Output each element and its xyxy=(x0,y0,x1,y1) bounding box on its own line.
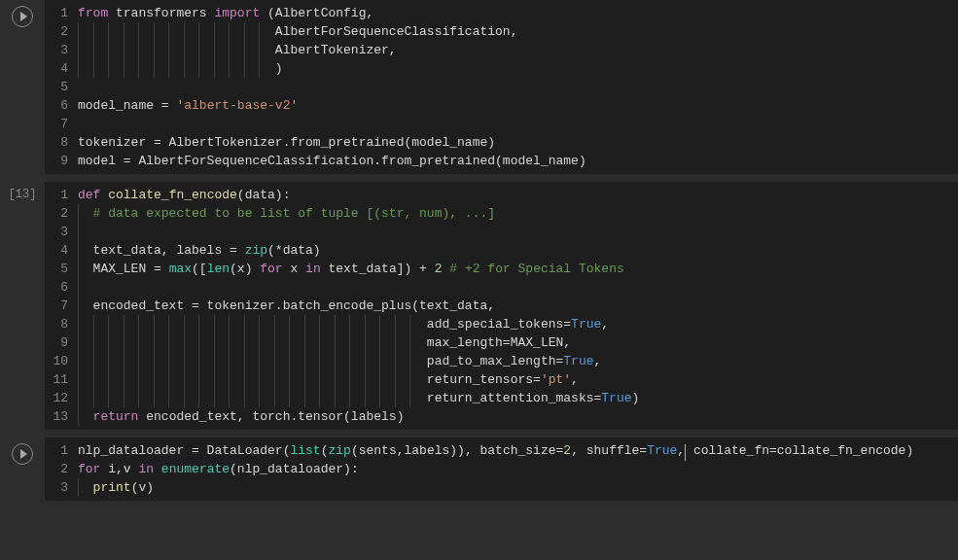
execution-count: [13] xyxy=(9,188,37,201)
code-token: (nlp_dataloader): xyxy=(230,462,359,476)
code-token: , xyxy=(677,443,685,458)
indent-guide xyxy=(78,59,79,78)
code-token: AlbertTokenizer, xyxy=(78,43,397,57)
code-token: collate_fn_encode xyxy=(108,188,237,202)
code-line[interactable]: return_tensors='pt', xyxy=(78,370,958,389)
code-token: max xyxy=(169,262,192,276)
code-line[interactable]: return encoded_text, torch.tensor(labels… xyxy=(78,407,958,426)
code-token: AlbertForSequenceClassification, xyxy=(78,24,517,39)
code-line[interactable]: for i,v in enumerate(nlp_dataloader): xyxy=(78,460,958,478)
indent-guide xyxy=(108,22,109,41)
code-line[interactable]: pad_to_max_length=True, xyxy=(78,352,958,370)
code-line[interactable]: ) xyxy=(78,59,958,78)
code-line[interactable]: model = AlbertForSequenceClassification.… xyxy=(78,152,958,170)
code-token: for xyxy=(260,262,282,276)
code-token: for xyxy=(78,462,100,476)
code-line[interactable]: model_name = 'albert-base-v2' xyxy=(78,96,958,115)
code-line[interactable] xyxy=(78,78,958,96)
code-token: text_data, labels = xyxy=(78,243,245,258)
code-token: list xyxy=(290,443,320,458)
code-line[interactable] xyxy=(78,115,958,133)
code-content[interactable]: def collate_fn_encode(data): # data expe… xyxy=(78,186,958,426)
indent-guide xyxy=(138,41,139,59)
code-editor[interactable]: 12345678910111213def collate_fn_encode(d… xyxy=(45,182,958,430)
code-editor[interactable]: 123nlp_dataloader = DataLoader(list(zip(… xyxy=(45,438,958,501)
indent-guide xyxy=(124,370,124,389)
code-token: 'albert-base-v2' xyxy=(176,98,298,113)
code-line[interactable]: text_data, labels = zip(*data) xyxy=(78,241,958,260)
code-token: True xyxy=(571,317,601,332)
indent-guide xyxy=(184,315,185,333)
indent-guide xyxy=(168,315,169,333)
indent-guide xyxy=(289,370,290,389)
line-number: 3 xyxy=(45,478,68,497)
indent-guide xyxy=(229,370,230,389)
code-token: in xyxy=(138,462,154,476)
code-token: (v) xyxy=(131,480,154,495)
indent-guide xyxy=(395,333,396,352)
code-line[interactable]: AlbertForSequenceClassification, xyxy=(78,22,958,41)
indent-guide xyxy=(319,315,320,333)
indent-guide xyxy=(365,370,366,389)
code-line[interactable]: tokenizer = AlbertTokenizer.from_pretrai… xyxy=(78,133,958,152)
indent-guide xyxy=(108,315,109,333)
indent-guide xyxy=(138,389,139,407)
line-number: 4 xyxy=(45,59,68,78)
code-content[interactable]: nlp_dataloader = DataLoader(list(zip(sen… xyxy=(78,441,958,497)
indent-guide xyxy=(168,41,169,59)
indent-guide xyxy=(138,315,139,333)
code-cell: [13]12345678910111213def collate_fn_enco… xyxy=(0,182,958,430)
indent-guide xyxy=(93,333,94,352)
indent-guide xyxy=(168,333,169,352)
code-content[interactable]: from transformers import (AlbertConfig, … xyxy=(78,4,958,170)
indent-guide xyxy=(198,352,199,370)
indent-guide xyxy=(229,333,230,352)
code-token: pad_to_max_length= xyxy=(78,354,563,368)
code-line[interactable]: nlp_dataloader = DataLoader(list(zip(sen… xyxy=(78,441,958,460)
code-line[interactable]: return_attention_masks=True) xyxy=(78,389,958,407)
code-line[interactable] xyxy=(78,278,958,297)
indent-guide xyxy=(108,59,109,78)
line-number: 1 xyxy=(45,186,68,204)
indent-guide xyxy=(138,370,139,389)
indent-guide xyxy=(244,389,245,407)
line-number-gutter: 12345678910111213 xyxy=(45,186,78,426)
code-line[interactable]: print(v) xyxy=(78,478,958,497)
code-line[interactable]: add_special_tokens=True, xyxy=(78,315,958,333)
indent-guide xyxy=(244,22,245,41)
indent-guide xyxy=(138,352,139,370)
indent-guide xyxy=(259,22,260,41)
line-number: 1 xyxy=(45,4,68,22)
code-line[interactable]: max_length=MAX_LEN, xyxy=(78,333,958,352)
code-token: ) xyxy=(632,391,640,405)
code-cell: 123456789from transformers import (Alber… xyxy=(0,0,958,174)
indent-guide xyxy=(154,333,155,352)
indent-guide xyxy=(93,59,94,78)
code-editor[interactable]: 123456789from transformers import (Alber… xyxy=(45,0,958,174)
code-line[interactable] xyxy=(78,223,958,241)
code-token: 2 xyxy=(563,443,571,458)
indent-guide xyxy=(229,22,230,41)
code-line[interactable]: MAX_LEN = max([len(x) for x in text_data… xyxy=(78,260,958,278)
indent-guide xyxy=(289,333,290,352)
code-line[interactable]: # data expected to be list of tuple [(st… xyxy=(78,204,958,223)
code-token: # data expected to be list of tuple [(st… xyxy=(93,206,495,221)
run-cell-button[interactable] xyxy=(12,443,33,465)
indent-guide xyxy=(124,389,124,407)
indent-guide xyxy=(244,59,245,78)
indent-guide xyxy=(304,352,305,370)
code-line[interactable]: AlbertTokenizer, xyxy=(78,41,958,59)
code-token: max_length=MAX_LEN, xyxy=(78,335,571,350)
run-cell-button[interactable] xyxy=(12,6,33,27)
code-line[interactable]: from transformers import (AlbertConfig, xyxy=(78,4,958,22)
indent-guide xyxy=(335,389,336,407)
indent-guide xyxy=(409,315,410,333)
indent-guide xyxy=(214,315,215,333)
code-line[interactable]: def collate_fn_encode(data): xyxy=(78,186,958,204)
code-line[interactable]: encoded_text = tokenizer.batch_encode_pl… xyxy=(78,297,958,315)
indent-guide xyxy=(409,333,410,352)
line-number-gutter: 123456789 xyxy=(45,4,78,170)
indent-guide xyxy=(214,352,215,370)
code-token: encoded_text = tokenizer.batch_encode_pl… xyxy=(78,298,495,313)
code-cell: 123nlp_dataloader = DataLoader(list(zip(… xyxy=(0,438,958,501)
